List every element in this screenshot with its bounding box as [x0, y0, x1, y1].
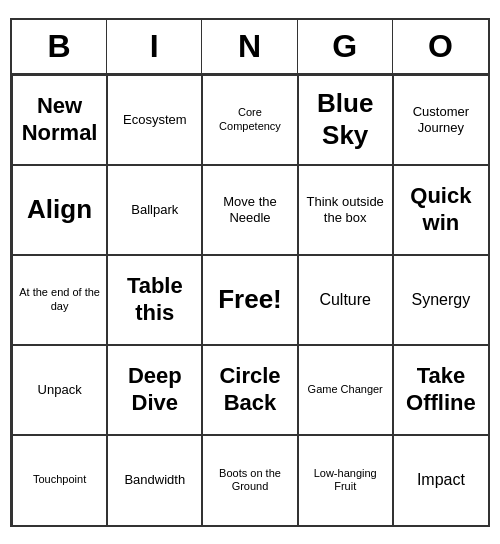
cell-text: Core Competency — [207, 106, 292, 132]
cell-text: Take Offline — [398, 363, 484, 416]
bingo-cell: Table this — [107, 255, 202, 345]
bingo-cell: Deep Dive — [107, 345, 202, 435]
header-letter: O — [393, 20, 488, 73]
bingo-cell: Think outside the box — [298, 165, 393, 255]
cell-text: Circle Back — [207, 363, 292, 416]
bingo-cell: Align — [12, 165, 107, 255]
cell-text: Deep Dive — [112, 363, 197, 416]
cell-text: Blue Sky — [303, 88, 388, 150]
bingo-cell: Culture — [298, 255, 393, 345]
bingo-cell: Take Offline — [393, 345, 488, 435]
bingo-header: BINGO — [12, 20, 488, 75]
bingo-cell: Customer Journey — [393, 75, 488, 165]
bingo-cell: New Normal — [12, 75, 107, 165]
bingo-cell: Unpack — [12, 345, 107, 435]
bingo-cell: At the end of the day — [12, 255, 107, 345]
header-letter: B — [12, 20, 107, 73]
header-letter: I — [107, 20, 202, 73]
bingo-cell: Low-hanging Fruit — [298, 435, 393, 525]
bingo-cell: Boots on the Ground — [202, 435, 297, 525]
bingo-cell: Touchpoint — [12, 435, 107, 525]
cell-text: Free! — [218, 284, 282, 315]
cell-text: Think outside the box — [303, 194, 388, 225]
cell-text: Game Changer — [308, 383, 383, 396]
bingo-cell: Circle Back — [202, 345, 297, 435]
cell-text: Low-hanging Fruit — [303, 467, 388, 493]
cell-text: New Normal — [17, 93, 102, 146]
bingo-cell: Blue Sky — [298, 75, 393, 165]
bingo-cell: Core Competency — [202, 75, 297, 165]
bingo-cell: Synergy — [393, 255, 488, 345]
bingo-grid: New NormalEcosystemCore CompetencyBlue S… — [12, 75, 488, 525]
bingo-card: BINGO New NormalEcosystemCore Competency… — [10, 18, 490, 527]
header-letter: G — [298, 20, 393, 73]
cell-text: Move the Needle — [207, 194, 292, 225]
cell-text: Ecosystem — [123, 112, 187, 128]
bingo-cell: Game Changer — [298, 345, 393, 435]
cell-text: Quick win — [398, 183, 484, 236]
bingo-cell: Quick win — [393, 165, 488, 255]
cell-text: Boots on the Ground — [207, 467, 292, 493]
bingo-cell: Bandwidth — [107, 435, 202, 525]
cell-text: Impact — [417, 470, 465, 489]
cell-text: Bandwidth — [124, 472, 185, 488]
bingo-cell: Free! — [202, 255, 297, 345]
cell-text: Synergy — [412, 290, 471, 309]
cell-text: At the end of the day — [17, 286, 102, 312]
cell-text: Table this — [112, 273, 197, 326]
cell-text: Touchpoint — [33, 473, 86, 486]
bingo-cell: Ballpark — [107, 165, 202, 255]
bingo-cell: Move the Needle — [202, 165, 297, 255]
bingo-cell: Impact — [393, 435, 488, 525]
cell-text: Align — [27, 194, 92, 225]
cell-text: Unpack — [38, 382, 82, 398]
cell-text: Ballpark — [131, 202, 178, 218]
header-letter: N — [202, 20, 297, 73]
cell-text: Culture — [319, 290, 371, 309]
cell-text: Customer Journey — [398, 104, 484, 135]
bingo-cell: Ecosystem — [107, 75, 202, 165]
